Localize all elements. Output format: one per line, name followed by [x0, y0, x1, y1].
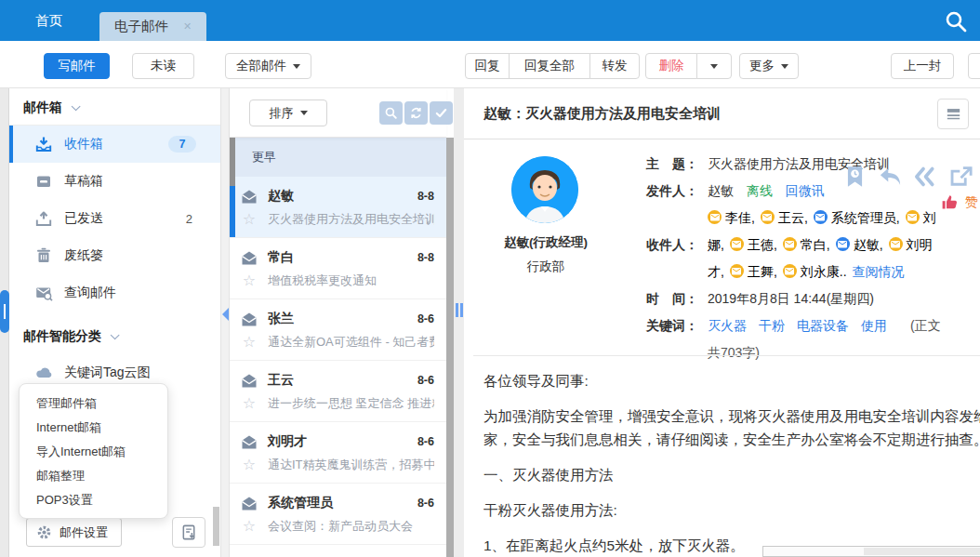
- list-scrollbar[interactable]: [446, 138, 454, 557]
- thumbs-up-icon[interactable]: [940, 192, 960, 212]
- reply-all-icon[interactable]: [912, 165, 939, 189]
- inbox-icon: [34, 135, 53, 153]
- sent-icon: [34, 209, 53, 228]
- collapse-handle[interactable]: [0, 290, 9, 333]
- time-label: 时 间：: [646, 285, 708, 312]
- recipient-list: 李佳,王云,系统管理员,刘娜,王德,常白,赵敏,刘明才,王舞,刘永康..查阅情况: [708, 205, 949, 285]
- next-mail-button[interactable]: [968, 53, 980, 79]
- list-scrollbar-thumb[interactable]: [230, 138, 235, 186]
- sidebar-list-divider[interactable]: [220, 88, 230, 557]
- mail-settings-button[interactable]: 邮件设置: [26, 518, 122, 547]
- from-name[interactable]: 赵敏: [708, 183, 734, 198]
- from-label: 发件人：: [646, 178, 708, 205]
- star-icon[interactable]: ☆: [240, 396, 258, 411]
- delete-button-group: 删除: [645, 53, 732, 79]
- email-list-header: 排序: [230, 88, 446, 138]
- more-dropdown[interactable]: 更多: [739, 53, 799, 79]
- keywords-field: 关键词： 灭火器干粉电器设备使用(正文共703字): [646, 312, 953, 366]
- list-group-header: 更早: [230, 138, 446, 177]
- keyword-link[interactable]: 电器设备: [797, 318, 849, 333]
- menu-item-pop3-settings[interactable]: POP3设置: [20, 488, 167, 512]
- menu-item-internet-mailbox[interactable]: Internet邮箱: [20, 416, 167, 440]
- mailbox-section-header[interactable]: 邮件箱: [9, 88, 220, 126]
- forward-button[interactable]: 转发: [589, 53, 640, 79]
- email-list-item[interactable]: 常白 8-8 ☆ 增值税税率更改通知: [230, 238, 446, 299]
- forward-out-icon[interactable]: [947, 165, 974, 189]
- keyword-link[interactable]: 灭火器: [708, 318, 747, 333]
- reading-layout-button[interactable]: [937, 99, 969, 129]
- keyword-link[interactable]: 使用: [861, 318, 887, 333]
- resize-grip-icon[interactable]: [456, 303, 463, 317]
- menu-item-mailbox-cleanup[interactable]: 邮箱整理: [20, 464, 167, 488]
- email-list-item[interactable]: 赵敏 8-8 ☆ 灭火器使用方法及用电安全培训: [230, 177, 446, 238]
- recipient-name[interactable]: 赵敏,: [854, 237, 883, 252]
- email-sender: 张兰: [268, 311, 294, 327]
- horizontal-scrollbar-thumb[interactable]: [864, 548, 980, 555]
- search-icon[interactable]: [941, 7, 971, 36]
- recipient-name[interactable]: 常白,: [801, 237, 830, 252]
- tab-email[interactable]: 电子邮件 ✕: [99, 12, 206, 41]
- reply-icon[interactable]: [877, 165, 904, 189]
- recipient-name[interactable]: 王德,: [748, 237, 777, 252]
- sidebar-item-inbox[interactable]: 收件箱 7: [9, 126, 220, 163]
- keyword-link[interactable]: 干粉: [759, 318, 785, 333]
- sidebar-item-trash[interactable]: 废纸篓: [9, 237, 220, 274]
- horizontal-scrollbar[interactable]: [762, 546, 980, 557]
- recipient-name[interactable]: 刘永康..: [801, 264, 847, 279]
- sidebar-item-search-mail[interactable]: 查询邮件: [9, 274, 220, 312]
- mail-import-button[interactable]: [172, 517, 205, 548]
- recipient-name[interactable]: 王云,: [778, 210, 808, 225]
- tab-close-icon[interactable]: ✕: [183, 20, 192, 33]
- email-subject: 增值税税率更改通知: [268, 272, 377, 289]
- list-refresh-button[interactable]: [404, 101, 428, 125]
- email-date: 8-8: [417, 251, 434, 264]
- star-icon[interactable]: ☆: [240, 212, 258, 227]
- previous-mail-button[interactable]: 上一封: [891, 53, 954, 79]
- like-control[interactable]: 赞: [940, 192, 978, 212]
- reply-im-link[interactable]: 回微讯: [786, 183, 825, 198]
- remind-bookmark-icon[interactable]: [841, 165, 868, 189]
- mail-filter-dropdown[interactable]: 全部邮件: [225, 53, 311, 79]
- sidebar-item-sent[interactable]: 已发送 2: [9, 200, 220, 237]
- collapse-left-icon[interactable]: [222, 308, 229, 321]
- recipient-name[interactable]: 李佳,: [725, 210, 755, 225]
- tab-home[interactable]: 首页: [17, 0, 81, 41]
- sidebar-item-drafts[interactable]: 草稿箱: [9, 163, 220, 200]
- chevron-down-icon: [111, 330, 120, 339]
- chevron-down-icon: [72, 101, 81, 111]
- recipient-name[interactable]: 王舞,: [748, 264, 777, 279]
- star-icon[interactable]: ☆: [240, 519, 258, 534]
- email-list-item[interactable]: 王云 8-6 ☆ 进一步统一思想 坚定信念 推进精益: [230, 361, 446, 422]
- star-icon[interactable]: ☆: [240, 273, 258, 288]
- star-icon[interactable]: ☆: [240, 335, 258, 350]
- star-icon[interactable]: ☆: [240, 458, 258, 472]
- compose-button[interactable]: 写邮件: [44, 53, 110, 79]
- email-date: 8-6: [417, 374, 434, 387]
- list-reader-divider[interactable]: [454, 88, 464, 557]
- smart-classify-section-header[interactable]: 邮件智能分类: [9, 317, 220, 354]
- list-select-button[interactable]: [430, 101, 453, 125]
- email-list-item[interactable]: 系统管理员 8-6 ☆ 会议查阅：新产品动员大会: [230, 484, 446, 545]
- view-read-status-link[interactable]: 查阅情况: [853, 264, 905, 279]
- email-list-item[interactable]: 张兰 8-6 ☆ 通达全新OA可选组件 - 知己者费用: [230, 299, 446, 361]
- menu-item-manage-mailbox[interactable]: 管理邮件箱: [20, 391, 167, 416]
- reply-all-button[interactable]: 回复全部: [509, 53, 590, 79]
- sidebar-item-label: 草稿箱: [64, 173, 103, 190]
- recipient-envelope-icon: [836, 237, 850, 251]
- recipient-envelope-icon: [708, 210, 722, 224]
- email-subject: 进一步统一思想 坚定信念 推进精益: [268, 395, 434, 412]
- sort-dropdown[interactable]: 排序: [249, 99, 327, 126]
- email-list-item[interactable]: 刘明才 8-6 ☆ 通达IT精英魔鬼训练营，招募中！: [230, 422, 446, 484]
- delete-dropdown-button[interactable]: [696, 53, 732, 79]
- recipient-name[interactable]: 系统管理员,: [831, 210, 900, 225]
- mailbox-context-menu: 管理邮件箱 Internet邮箱 导入Internet邮箱 邮箱整理 POP3设…: [19, 383, 168, 519]
- email-date: 8-6: [417, 497, 434, 510]
- unread-button[interactable]: 未读: [132, 53, 194, 79]
- inbox-unread-badge: 7: [168, 136, 196, 153]
- refresh-icon: [408, 105, 424, 121]
- reply-button[interactable]: 回复: [465, 53, 510, 79]
- menu-item-import-internet-mailbox[interactable]: 导入Internet邮箱: [20, 440, 167, 464]
- list-search-button[interactable]: [379, 101, 403, 125]
- sidebar-scrollbar-thumb[interactable]: [213, 507, 219, 546]
- delete-button[interactable]: 删除: [645, 53, 697, 79]
